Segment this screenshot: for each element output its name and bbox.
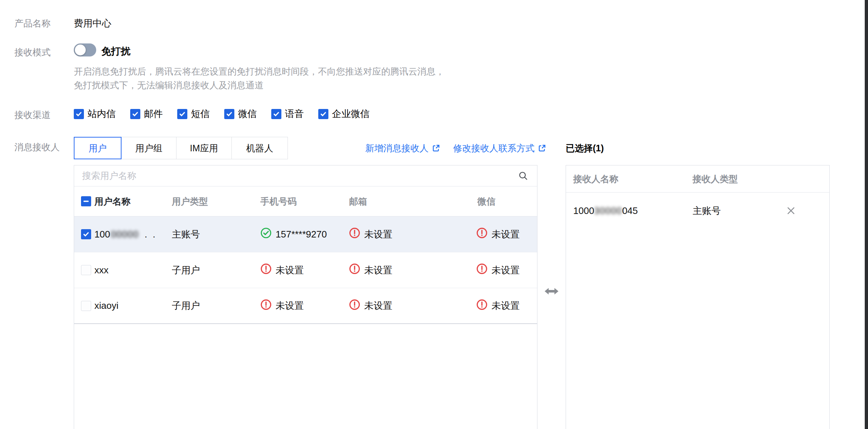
checkbox-empty-icon	[81, 265, 91, 275]
list-item: 100030000045 主账号	[566, 193, 829, 229]
channel-checkbox-wecom[interactable]: 企业微信	[318, 108, 370, 120]
user-table-panel: 用户名称 用户类型 手机号码 邮箱 微信 10000000. . 主账号 157…	[74, 165, 537, 429]
row-checkbox[interactable]	[81, 216, 91, 252]
table-row[interactable]: 10000000. . 主账号 157****9270 未设置 未设置	[74, 216, 537, 252]
checkbox-indeterminate-icon	[81, 196, 91, 206]
select-all-checkbox[interactable]	[81, 186, 91, 216]
wechat-value: 未设置	[492, 264, 520, 277]
phone-value: 未设置	[276, 264, 304, 277]
receive-channel-label: 接收渠道	[14, 109, 51, 121]
wechat-cell: 未设置	[476, 216, 520, 252]
checkbox-checked-icon	[130, 109, 140, 119]
checkbox-checked-icon	[271, 109, 281, 119]
checkbox-checked-icon	[74, 109, 84, 119]
channel-label: 站内信	[88, 108, 116, 120]
receive-mode-label: 接收模式	[14, 46, 51, 58]
warning-circle-icon	[476, 299, 488, 313]
phone-cell: 157****9270	[260, 216, 327, 252]
warning-circle-icon	[349, 227, 360, 241]
search-icon[interactable]	[518, 171, 528, 182]
phone-cell: 未设置	[260, 252, 304, 288]
checkbox-empty-icon	[81, 301, 91, 311]
warning-circle-icon	[260, 263, 272, 277]
user-name: xxx	[94, 252, 109, 288]
channel-label: 企业微信	[332, 108, 370, 120]
external-link-icon	[432, 144, 440, 152]
wechat-value: 未设置	[492, 299, 520, 312]
horizontal-resize-icon	[544, 286, 559, 296]
table-row[interactable]: xxx 子用户 未设置 未设置 未设置	[74, 252, 537, 288]
column-header-usertype: 用户类型	[172, 186, 208, 216]
checkbox-checked-icon	[177, 109, 187, 119]
tab-robot[interactable]: 机器人	[231, 137, 288, 159]
email-value: 未设置	[364, 264, 392, 277]
user-type: 主账号	[172, 216, 200, 252]
row-checkbox[interactable]	[81, 288, 91, 323]
close-icon	[786, 206, 796, 216]
email-cell: 未设置	[349, 252, 392, 288]
channel-checkbox-email[interactable]: 邮件	[130, 108, 163, 120]
search-input[interactable]	[74, 165, 537, 186]
dnd-description-line1: 开启消息免打扰后，腾讯云将在您设置的免打扰消息时间段，不向您推送对应的腾讯云消息…	[74, 64, 444, 78]
dnd-toggle[interactable]	[74, 43, 96, 56]
channel-checkbox-voice[interactable]: 语音	[271, 108, 304, 120]
external-link-icon	[538, 144, 546, 152]
wechat-cell: 未设置	[476, 252, 520, 288]
edit-contact-link-label: 修改接收人联系方式	[453, 142, 535, 154]
channel-checkbox-sms[interactable]: 短信	[177, 108, 210, 120]
user-type: 子用户	[172, 288, 200, 323]
column-header-recipient-type: 接收人类型	[693, 165, 738, 192]
checkbox-checked-icon	[318, 109, 328, 119]
channel-checkbox-internal-message[interactable]: 站内信	[74, 108, 116, 120]
panel-resize-handle[interactable]	[544, 286, 559, 296]
wechat-value: 未设置	[492, 228, 520, 241]
edit-contact-link[interactable]: 修改接收人联系方式	[453, 142, 546, 154]
recipient-name-suffix: 045	[622, 205, 638, 216]
wechat-cell: 未设置	[476, 288, 520, 323]
tab-user-group[interactable]: 用户组	[121, 137, 176, 159]
user-name-masked: 00000	[111, 229, 139, 240]
column-header-email: 邮箱	[349, 186, 367, 216]
channel-checkbox-wechat[interactable]: 微信	[224, 108, 257, 120]
dnd-description-line2: 免打扰模式下，无法编辑消息接收人及消息通道	[74, 78, 444, 92]
channel-label: 语音	[285, 108, 304, 120]
warning-circle-icon	[349, 263, 360, 277]
column-header-phone: 手机号码	[260, 186, 297, 216]
table-row[interactable]: xiaoyi 子用户 未设置 未设置 未设置	[74, 288, 537, 324]
column-header-recipient-name: 接收人名称	[573, 165, 618, 192]
tab-user[interactable]: 用户	[74, 137, 122, 159]
selected-table-header: 接收人名称 接收人类型	[566, 165, 829, 193]
user-name-suffix: . .	[145, 229, 157, 240]
channel-checkbox-group: 站内信 邮件 短信 微信 语音 企业微信	[74, 108, 370, 120]
channel-label: 短信	[191, 108, 210, 120]
warning-circle-icon	[476, 227, 488, 241]
warning-circle-icon	[349, 299, 360, 313]
selected-recipient-panel: 接收人名称 接收人类型 100030000045 主账号	[566, 165, 830, 429]
dark-edge-strip	[865, 0, 868, 429]
selected-count-title: 已选择(1)	[566, 137, 604, 159]
row-checkbox[interactable]	[81, 252, 91, 288]
toggle-knob-icon	[75, 45, 86, 55]
recipient-action-links: 新增消息接收人 修改接收人联系方式	[365, 137, 546, 159]
user-table-header: 用户名称 用户类型 手机号码 邮箱 微信	[74, 186, 537, 216]
channel-label: 微信	[238, 108, 257, 120]
user-name: 10000000. .	[94, 216, 157, 252]
remove-recipient-button[interactable]	[786, 193, 796, 229]
warning-circle-icon	[476, 263, 488, 277]
phone-value: 未设置	[276, 299, 304, 312]
recipient-name: 100030000045	[573, 193, 638, 229]
channel-label: 邮件	[144, 108, 163, 120]
email-value: 未设置	[364, 299, 392, 312]
user-name: xiaoyi	[94, 288, 118, 323]
add-recipient-link[interactable]: 新增消息接收人	[365, 142, 440, 154]
column-header-username: 用户名称	[94, 186, 131, 216]
email-cell: 未设置	[349, 288, 392, 323]
tab-im-app[interactable]: IM应用	[176, 137, 232, 159]
message-recipient-label: 消息接收人	[14, 141, 60, 153]
user-type: 子用户	[172, 252, 200, 288]
email-value: 未设置	[364, 228, 392, 241]
phone-cell: 未设置	[260, 288, 304, 323]
user-name-prefix: 100	[94, 229, 110, 240]
checkbox-checked-icon	[224, 109, 234, 119]
recipient-type: 主账号	[693, 193, 721, 229]
